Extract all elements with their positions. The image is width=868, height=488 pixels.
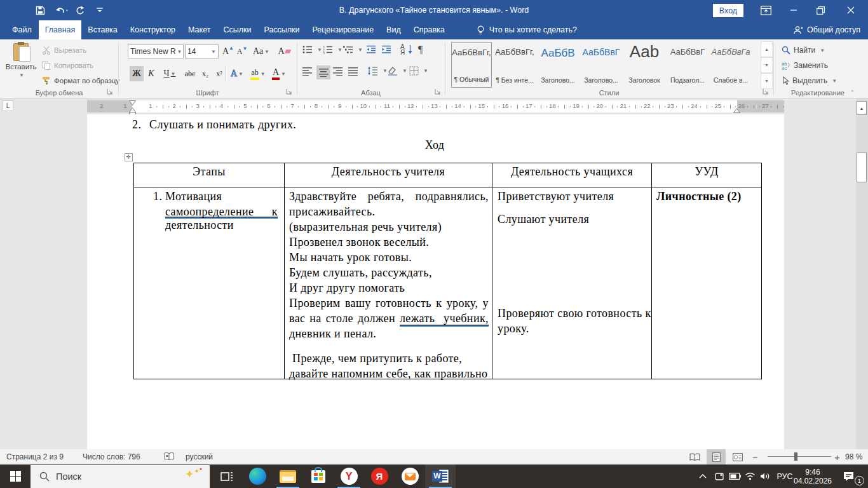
- line-spacing-button[interactable]: ▼: [367, 66, 388, 76]
- zoom-in-button[interactable]: +: [834, 449, 840, 464]
- tab-help[interactable]: Справка: [407, 20, 451, 39]
- font-name-combo[interactable]: Times New R▼: [128, 44, 184, 58]
- doc-table[interactable]: Этапы Деятельность учителя Деятельность …: [133, 163, 762, 379]
- grow-font-button[interactable]: А▲: [221, 44, 235, 59]
- italic-button[interactable]: К: [145, 66, 158, 81]
- share-button[interactable]: Общий доступ: [793, 20, 860, 39]
- strikethrough-button[interactable]: abc: [182, 66, 198, 81]
- tell-me-box[interactable]: Что вы хотите сделать?: [477, 20, 577, 39]
- shading-button[interactable]: ▼: [388, 66, 407, 76]
- proofing-icon[interactable]: [164, 449, 174, 464]
- taskbar-search-box[interactable]: Поиск ✦✦●: [31, 465, 210, 488]
- start-button[interactable]: [0, 464, 31, 488]
- clipboard-dialog-launcher[interactable]: [107, 88, 113, 95]
- tab-home[interactable]: Главная: [39, 20, 82, 39]
- find-button[interactable]: Найти▼: [782, 46, 825, 55]
- styles-scroll-up[interactable]: ▲: [761, 41, 773, 57]
- styles-dialog-launcher[interactable]: [763, 88, 769, 95]
- align-left-button[interactable]: [302, 67, 312, 76]
- paste-dropdown-arrow[interactable]: ▼: [19, 72, 24, 78]
- shrink-font-button[interactable]: А▼: [235, 44, 249, 59]
- font-size-combo[interactable]: 14▼: [185, 44, 219, 58]
- underline-button[interactable]: Ч▼: [160, 66, 179, 81]
- style-subtle-emphasis[interactable]: АаБбВвГаСлабое в...: [710, 42, 751, 88]
- paste-button[interactable]: Вставить ▼: [6, 43, 36, 78]
- print-layout-button[interactable]: [707, 449, 726, 464]
- tray-clock[interactable]: 9:46 04.02.2026: [793, 464, 832, 488]
- right-indent-marker[interactable]: [733, 107, 740, 113]
- tab-file[interactable]: Файл: [5, 20, 39, 39]
- document-page[interactable]: 2.Слушать и понимать других. Ход ✛ Этапы…: [87, 114, 784, 449]
- cut-button[interactable]: Вырезать: [42, 46, 86, 55]
- copy-button[interactable]: Копировать: [42, 61, 93, 70]
- tab-design[interactable]: Конструктор: [124, 20, 182, 39]
- select-button[interactable]: Выделить▼: [782, 76, 837, 85]
- zoom-level[interactable]: 98 %: [845, 449, 862, 464]
- replace-button[interactable]: abac Заменить: [782, 61, 828, 70]
- close-button[interactable]: [841, 0, 860, 20]
- tab-view[interactable]: Вид: [380, 20, 407, 39]
- style-no-spacing[interactable]: АаБбВвГг,¶ Без инте...: [494, 42, 535, 88]
- font-dialog-launcher[interactable]: [286, 88, 292, 95]
- numbering-button[interactable]: 123▼: [323, 45, 342, 54]
- word-count[interactable]: Число слов: 796: [83, 449, 140, 464]
- mail-icon[interactable]: [395, 464, 425, 488]
- increase-indent-button[interactable]: [381, 45, 391, 54]
- yandex-browser-icon[interactable]: Y: [334, 464, 364, 488]
- ribbon-display-options-icon[interactable]: [756, 0, 775, 20]
- tab-review[interactable]: Рецензирование: [306, 20, 381, 39]
- yandex-icon[interactable]: Я: [364, 464, 395, 488]
- tab-mailings[interactable]: Рассылки: [257, 20, 306, 39]
- bold-button[interactable]: Ж: [130, 66, 144, 81]
- tray-chevron-icon[interactable]: [694, 464, 712, 488]
- tab-references[interactable]: Ссылки: [217, 20, 257, 39]
- show-marks-button[interactable]: ¶: [418, 44, 423, 55]
- style-normal[interactable]: АаБбВвГг,¶ Обычный: [451, 42, 492, 88]
- volume-icon[interactable]: [756, 464, 774, 488]
- styles-more-button[interactable]: ▼: [761, 73, 773, 89]
- multilevel-list-button[interactable]: ▼: [343, 45, 363, 54]
- text-effects-button[interactable]: А▼: [229, 66, 245, 81]
- clear-formatting-button[interactable]: А: [276, 44, 292, 59]
- align-center-button[interactable]: [316, 65, 330, 79]
- style-heading1[interactable]: АаБбВЗаголово...: [538, 42, 578, 88]
- edge-icon[interactable]: [242, 464, 273, 488]
- minimize-button[interactable]: [784, 0, 803, 20]
- first-line-indent-marker[interactable]: [129, 100, 136, 105]
- tab-layout[interactable]: Макет: [182, 20, 217, 39]
- borders-button[interactable]: ▼: [409, 66, 428, 76]
- scroll-up-button[interactable]: ▲: [857, 101, 867, 115]
- zoom-slider-thumb[interactable]: [794, 452, 797, 461]
- vertical-scrollbar[interactable]: ▲: [856, 98, 868, 449]
- file-explorer-icon[interactable]: [273, 464, 303, 488]
- justify-button[interactable]: [348, 67, 358, 76]
- collapse-ribbon-button[interactable]: ⌃: [850, 90, 855, 95]
- login-button[interactable]: Вход: [713, 4, 743, 17]
- format-painter-button[interactable]: Формат по образцу: [42, 76, 119, 85]
- language-indicator[interactable]: русский: [186, 449, 213, 464]
- style-heading2[interactable]: АаБбВвГЗаголово...: [581, 42, 621, 88]
- decrease-indent-button[interactable]: [366, 45, 376, 54]
- zoom-out-button[interactable]: −: [752, 449, 758, 464]
- table-move-handle[interactable]: ✛: [125, 153, 133, 161]
- styles-scroll-down[interactable]: ▼: [761, 57, 773, 73]
- page-indicator[interactable]: Страница 2 из 9: [6, 449, 64, 464]
- tab-insert[interactable]: Вставка: [81, 20, 123, 39]
- highlight-button[interactable]: ab▼: [248, 66, 268, 81]
- align-right-button[interactable]: [333, 67, 342, 76]
- horizontal-ruler[interactable]: 2 1 123456789101112131415161718192021222…: [87, 100, 784, 112]
- zoom-slider-track[interactable]: [768, 456, 831, 457]
- notification-center-icon[interactable]: [837, 464, 859, 488]
- style-title[interactable]: АabЗаголовок: [624, 42, 665, 88]
- change-case-button[interactable]: Аа▼: [252, 44, 271, 59]
- paragraph-dialog-launcher[interactable]: [435, 88, 441, 95]
- store-icon[interactable]: [303, 464, 334, 488]
- style-subtitle[interactable]: АаБбВвГПодзагол...: [667, 42, 708, 88]
- bullets-button[interactable]: ▼: [302, 45, 322, 54]
- scrollbar-thumb[interactable]: [857, 152, 867, 182]
- web-layout-button[interactable]: [728, 449, 747, 464]
- task-view-button[interactable]: [212, 464, 242, 488]
- superscript-button[interactable]: x²: [212, 66, 226, 81]
- word-taskbar-icon[interactable]: W: [425, 464, 456, 488]
- keyboard-language[interactable]: РУС: [774, 464, 796, 488]
